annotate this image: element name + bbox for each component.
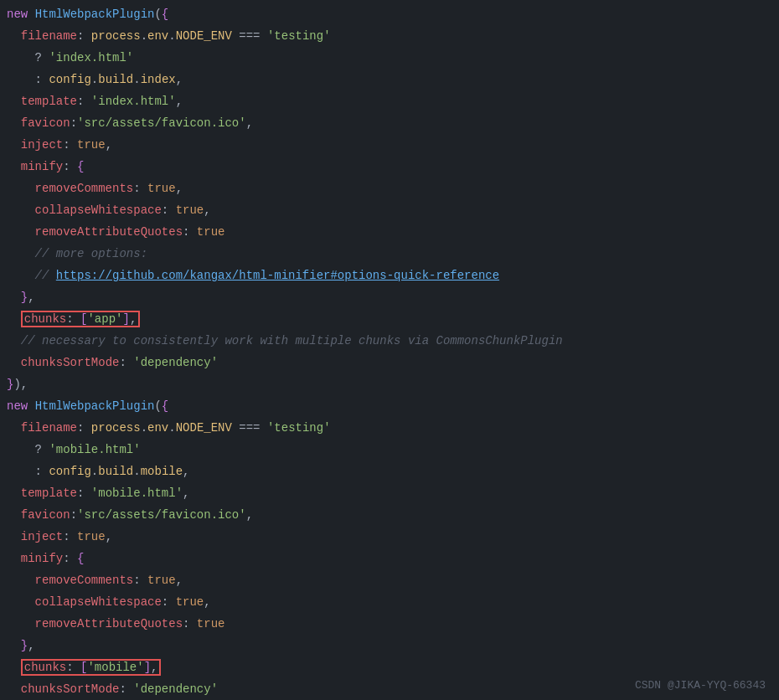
watermark: CSDN @JIKA-YYQ-66343	[635, 679, 766, 692]
code-line-1: new HtmlWebpackPlugin({	[0, 3, 779, 25]
code-line-3: ? 'index.html'	[0, 47, 779, 69]
code-line-18: }),	[0, 373, 779, 395]
code-line-4: : config.build.index,	[0, 69, 779, 90]
code-editor: new HtmlWebpackPlugin({ filename: proces…	[0, 0, 779, 700]
code-line-13: // https://github.com/kangax/html-minifi…	[0, 265, 779, 286]
code-line-15: chunks: ['app'],	[0, 308, 779, 330]
code-line-23: template: 'mobile.html',	[0, 482, 779, 504]
code-line-31: chunks: ['mobile'],	[0, 656, 779, 678]
code-line-17: chunksSortMode: 'dependency'	[0, 352, 779, 373]
code-line-19: new HtmlWebpackPlugin({	[0, 395, 779, 417]
code-line-6: favicon:'src/assets/favicon.ico',	[0, 112, 779, 134]
code-line-20: filename: process.env.NODE_ENV === 'test…	[0, 417, 779, 439]
code-line-5: template: 'index.html',	[0, 90, 779, 112]
code-line-26: minify: {	[0, 548, 779, 569]
code-line-29: removeAttributeQuotes: true	[0, 613, 779, 635]
code-line-30: },	[0, 635, 779, 656]
code-line-14: },	[0, 286, 779, 308]
code-line-27: removeComments: true,	[0, 569, 779, 591]
code-line-28: collapseWhitespace: true,	[0, 591, 779, 613]
code-line-10: collapseWhitespace: true,	[0, 199, 779, 221]
code-line-8: minify: {	[0, 156, 779, 178]
code-line-9: removeComments: true,	[0, 178, 779, 199]
code-line-24: favicon:'src/assets/favicon.ico',	[0, 504, 779, 526]
code-line-25: inject: true,	[0, 526, 779, 548]
code-line-7: inject: true,	[0, 134, 779, 156]
code-line-11: removeAttributeQuotes: true	[0, 221, 779, 243]
code-line-21: ? 'mobile.html'	[0, 439, 779, 461]
code-line-2: filename: process.env.NODE_ENV === 'test…	[0, 25, 779, 47]
code-line-12: // more options:	[0, 243, 779, 265]
code-line-22: : config.build.mobile,	[0, 461, 779, 482]
code-line-16: // necessary to consistently work with m…	[0, 330, 779, 352]
